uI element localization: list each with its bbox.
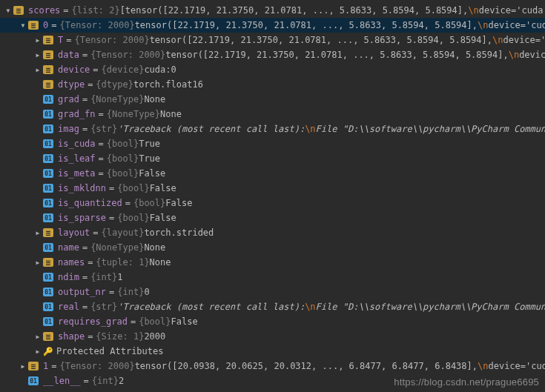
equals-sign: =	[87, 331, 93, 342]
var-type: {bool}	[107, 139, 139, 149]
chevron-right-icon[interactable]	[33, 333, 43, 340]
var-name: imag	[58, 124, 79, 134]
chevron-right-icon[interactable]	[33, 348, 43, 355]
tree-row-protected[interactable]: 🔑Protected Attributes	[0, 344, 545, 359]
chevron-right-icon[interactable]	[33, 67, 43, 73]
tree-row-is_leaf[interactable]: 01is_leaf = {bool} True	[0, 151, 545, 166]
tree-row-ndim[interactable]: 01ndim = {int} 1	[0, 270, 545, 285]
tree-row-requires_grad[interactable]: 01requires_grad = {bool} False	[0, 314, 545, 329]
var-name: is_quantized	[58, 198, 122, 208]
var-type: {str}	[90, 124, 117, 134]
var-type: {int}	[92, 376, 119, 386]
var-value-tail: device='cuda:0', dtype=torch.flo	[479, 5, 545, 16]
chevron-right-icon[interactable]	[33, 259, 43, 266]
attribute-badge-icon: 01	[43, 317, 53, 326]
var-type: {dtype}	[96, 79, 133, 90]
chevron-right-icon[interactable]	[18, 363, 28, 370]
equals-sign: =	[99, 153, 104, 164]
var-value: 2000	[144, 331, 165, 342]
equals-sign: =	[82, 242, 87, 253]
object-badge-icon: ≡	[13, 6, 24, 15]
chevron-down-icon[interactable]	[3, 7, 13, 14]
chevron-right-icon[interactable]	[33, 52, 43, 59]
var-value-tail: device='cuda:0', dtype=tor	[488, 20, 545, 30]
var-name: __len__	[43, 376, 81, 386]
tree-row-scores[interactable]: ≡scores = {list: 2} [tensor([22.1719, 21…	[0, 3, 545, 18]
object-badge-icon: ≡	[43, 332, 53, 341]
equals-sign: =	[84, 376, 89, 386]
var-type: {device}	[102, 64, 145, 75]
tree-row-0[interactable]: ≡0 = {Tensor: 2000} tensor([22.1719, 21.…	[0, 18, 545, 33]
object-badge-icon: ≡	[43, 80, 53, 89]
var-name: is_leaf	[58, 153, 96, 164]
tree-row-is_cuda[interactable]: 01is_cuda = {bool} True	[0, 136, 545, 151]
equals-sign: =	[51, 361, 56, 371]
var-value: tensor([22.1719, 21.3750, 21.0781, ..., …	[150, 35, 492, 45]
attribute-badge-icon: 01	[43, 95, 53, 104]
tree-row-is_sparse[interactable]: 01is_sparse = {bool} False	[0, 210, 545, 225]
tree-row-layout[interactable]: ≡layout = {layout} torch.strided	[0, 225, 545, 240]
attribute-badge-icon: 01	[43, 273, 53, 282]
tree-row-is_mkldnn[interactable]: 01is_mkldnn = {bool} False	[0, 181, 545, 196]
var-value: True	[139, 139, 160, 149]
var-value: False	[139, 168, 165, 179]
var-name: data	[58, 50, 79, 60]
tree-row-name[interactable]: 01name = {NoneType} None	[0, 240, 545, 255]
var-type: {int}	[117, 287, 144, 297]
var-value: 'Traceback (most recent call last):	[117, 124, 305, 134]
chevron-right-icon[interactable]	[33, 230, 43, 236]
var-type: {bool}	[117, 183, 149, 193]
escape-sequence: \n	[468, 5, 478, 16]
tree-row-is_meta[interactable]: 01is_meta = {bool} False	[0, 166, 545, 181]
tree-row-grad[interactable]: 01grad = {NoneType} None	[0, 92, 545, 107]
tree-row-real[interactable]: 01real = {str} 'Traceback (most recent c…	[0, 299, 545, 314]
var-type: {Tensor: 2000}	[59, 361, 134, 371]
var-name: scores	[28, 5, 60, 16]
protected-label: Protected Attributes	[56, 346, 164, 356]
equals-sign: =	[93, 64, 98, 75]
var-value: None	[144, 242, 165, 253]
var-value: torch.strided	[144, 227, 214, 238]
equals-sign: =	[93, 227, 98, 238]
chevron-right-icon[interactable]	[33, 37, 43, 44]
var-name: real	[58, 302, 79, 312]
equals-sign: =	[125, 198, 131, 208]
escape-sequence: \n	[509, 50, 519, 60]
object-badge-icon: ≡	[28, 21, 39, 30]
tree-row-names[interactable]: ≡names = {tuple: 1} None	[0, 255, 545, 270]
var-type: {list: 2}	[72, 5, 120, 16]
attribute-badge-icon: 01	[43, 154, 53, 163]
equals-sign: =	[99, 139, 104, 149]
tree-row-T[interactable]: ≡T = {Tensor: 2000} tensor([22.1719, 21.…	[0, 33, 545, 47]
var-name: is_meta	[58, 168, 96, 179]
tree-row-output_nr[interactable]: 01output_nr = {int} 0	[0, 285, 545, 299]
object-badge-icon: ≡	[28, 362, 39, 371]
equals-sign: =	[82, 272, 87, 282]
var-value: cuda:0	[144, 64, 176, 75]
tree-row-1[interactable]: ≡1 = {Tensor: 2000} tensor([20.0938, 20.…	[0, 359, 545, 373]
var-value: None	[144, 94, 165, 104]
attribute-badge-icon: 01	[43, 302, 53, 311]
equals-sign: =	[82, 94, 87, 104]
var-type: {tuple: 1}	[96, 257, 149, 268]
tree-row-shape[interactable]: ≡shape = {Size: 1} 2000	[0, 329, 545, 344]
object-badge-icon: ≡	[43, 36, 53, 44]
var-name: names	[58, 257, 85, 268]
var-name: requires_grad	[58, 316, 128, 327]
tree-row-is_quantized[interactable]: 01is_quantized = {bool} False	[0, 196, 545, 210]
var-value: False	[165, 198, 192, 208]
attribute-badge-icon: 01	[43, 124, 53, 133]
equals-sign: =	[99, 109, 104, 119]
chevron-down-icon[interactable]	[18, 22, 28, 29]
tree-row-grad_fn[interactable]: 01grad_fn = {NoneType} None	[0, 107, 545, 122]
attribute-badge-icon: 01	[43, 243, 53, 252]
tree-row-device[interactable]: ≡device = {device} cuda:0	[0, 62, 545, 77]
tree-row-imag[interactable]: 01imag = {str} 'Traceback (most recent c…	[0, 122, 545, 136]
var-type: {bool}	[107, 168, 139, 179]
var-type: {NoneType}	[90, 94, 144, 104]
attribute-badge-icon: 01	[43, 139, 53, 148]
tree-row-dtype[interactable]: ≡dtype = {dtype} torch.float16	[0, 77, 545, 92]
object-badge-icon: ≡	[43, 258, 53, 267]
tree-row-data[interactable]: ≡data = {Tensor: 2000} tensor([22.1719, …	[0, 47, 545, 62]
escape-sequence: \n	[478, 20, 488, 30]
